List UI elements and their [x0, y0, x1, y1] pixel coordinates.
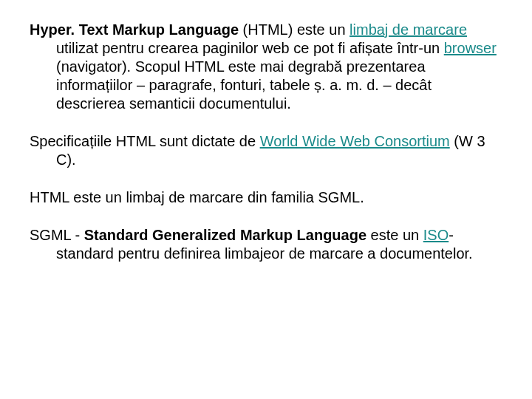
text: (navigator). Scopul HTML este mai degrab… — [56, 58, 432, 112]
link-limbaj-de-marcare[interactable]: limbaj de marcare — [349, 21, 467, 38]
paragraph-sgml-family: HTML este un limbaj de marcare din famil… — [30, 188, 502, 207]
paragraph-spec: Specificațiile HTML sunt dictate de Worl… — [30, 132, 502, 169]
link-w3c[interactable]: World Wide Web Consortium — [260, 133, 450, 149]
link-iso[interactable]: ISO — [423, 227, 449, 243]
link-browser[interactable]: browser — [444, 40, 497, 56]
text: HTML este un limbaj de marcare din famil… — [30, 189, 364, 205]
paragraph-sgml-def: SGML - Standard Generalized Markup Langu… — [30, 226, 502, 263]
slide-content: Hyper. Text Markup Language (HTML) este … — [0, 0, 532, 297]
text: utilizat pentru crearea paginilor web ce… — [56, 40, 444, 56]
bold-html-name: Hyper. Text Markup Language — [30, 21, 239, 38]
paragraph-html-def: Hyper. Text Markup Language (HTML) este … — [30, 21, 502, 113]
text: este un — [366, 227, 423, 243]
text: Specificațiile HTML sunt dictate de — [30, 133, 260, 149]
text: (HTML) este un — [239, 21, 349, 38]
bold-sgml-name: Standard Generalized Markup Language — [84, 227, 366, 243]
text: SGML - — [30, 227, 84, 243]
